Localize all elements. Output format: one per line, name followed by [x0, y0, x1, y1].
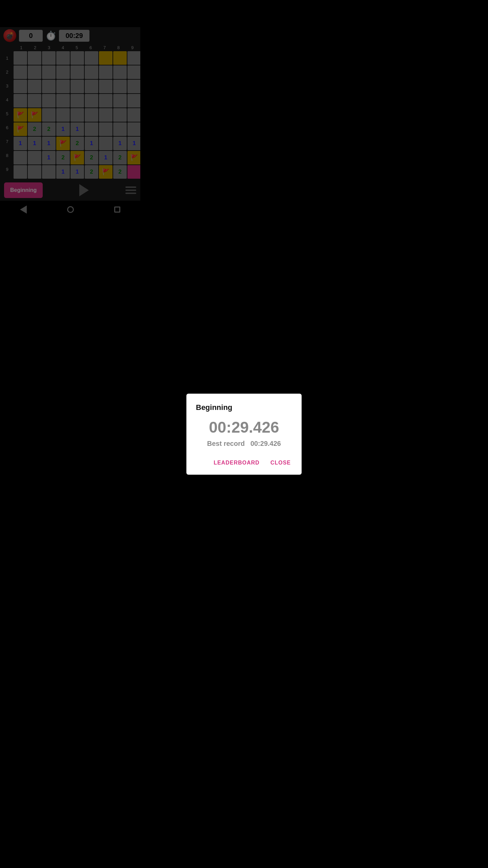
dialog-overlay: Beginning 00:29.426 Best record 00:29.42… [0, 0, 140, 250]
